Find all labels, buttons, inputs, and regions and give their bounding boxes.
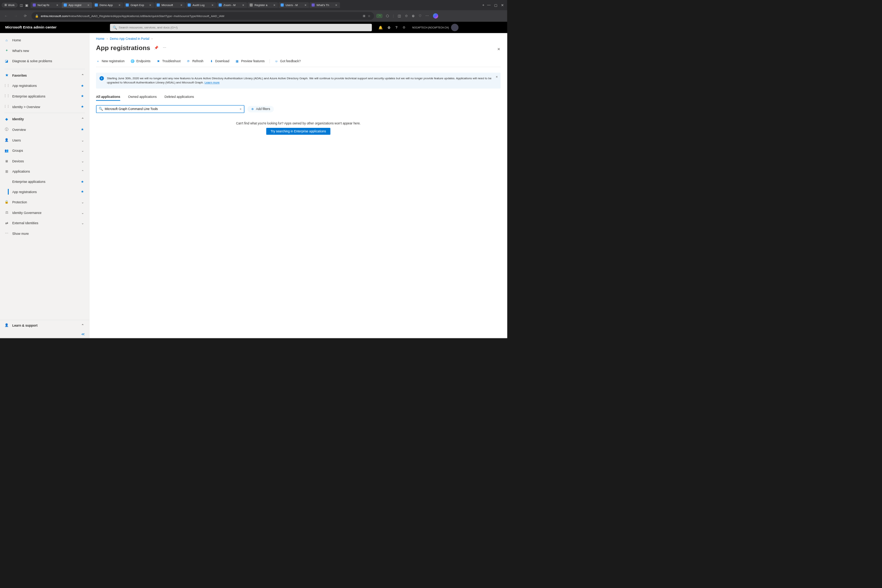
- browser-tab[interactable]: Audit Log✕: [186, 2, 216, 8]
- star-filled-icon[interactable]: ★: [81, 127, 85, 131]
- endpoints-button[interactable]: 🌐Endpoints: [131, 59, 150, 63]
- sidebar-item-enterprise-apps[interactable]: Enterprise applications ★: [0, 177, 89, 187]
- sidebar-section-favorites[interactable]: ★ Favorites ⌃: [0, 70, 89, 81]
- workspaces-icon[interactable]: ◫: [19, 3, 23, 7]
- preview-button[interactable]: ▦Preview features: [235, 59, 265, 63]
- sidebar-item-overview[interactable]: ⓘ Overview ★: [0, 124, 89, 135]
- star-filled-icon[interactable]: ★: [81, 94, 85, 98]
- sidebar-item-fav-appreg[interactable]: ⋮⋮ App registrations ★: [0, 80, 89, 91]
- browser-tab[interactable]: Graph Exp✕: [124, 2, 154, 8]
- minimize-icon[interactable]: —: [487, 3, 490, 7]
- copilot-icon[interactable]: [433, 13, 438, 19]
- sidebar: ⌂ Home ✦ What's new ◪ Diagnose & solve p…: [0, 33, 90, 338]
- sidebar-item-app-registrations[interactable]: App registrations ★: [0, 187, 89, 197]
- sidebar-item-governance[interactable]: ⚖ Identity Governance ⌄: [0, 207, 89, 218]
- reader-icon[interactable]: ⊞: [363, 14, 365, 17]
- sidebar-item-diagnose[interactable]: ◪ Diagnose & solve problems: [0, 56, 89, 66]
- search-enterprise-button[interactable]: Try searching in Enterprise applications: [266, 128, 331, 135]
- avatar[interactable]: [451, 24, 458, 31]
- browser-tab[interactable]: NoCapTe✕: [31, 2, 61, 8]
- notifications-icon[interactable]: 🔔: [378, 25, 383, 30]
- browser-tab[interactable]: Register a✕: [247, 2, 278, 8]
- settings-icon[interactable]: ⚙: [387, 25, 391, 30]
- feedback-button[interactable]: ☺Got feedback?: [274, 59, 301, 63]
- sidebar-section-identity[interactable]: ◈ Identity ⌃: [0, 114, 89, 124]
- close-icon[interactable]: ✕: [304, 3, 307, 6]
- shopping-icon[interactable]: ♡: [419, 14, 422, 18]
- sidebar-item-fav-identity[interactable]: ⋮⋮ Identity > Overview ★: [0, 101, 89, 112]
- close-icon[interactable]: ✕: [180, 3, 183, 6]
- sidebar-item-protection[interactable]: 🔒 Protection ⌄: [0, 197, 89, 208]
- work-profile-badge[interactable]: Work: [2, 3, 17, 7]
- sidebar-item-home[interactable]: ⌂ Home: [0, 35, 89, 46]
- close-icon[interactable]: ✕: [87, 3, 90, 6]
- tenant-label[interactable]: NOCAPTECH (NOCAPTECH.CH): [412, 26, 449, 29]
- split-icon[interactable]: ◫: [398, 14, 401, 18]
- star-filled-icon[interactable]: ★: [81, 84, 85, 88]
- sidebar-item-devices[interactable]: 🖥 Devices ⌄: [0, 156, 89, 167]
- sidebar-collapse-button[interactable]: ≪: [0, 330, 89, 338]
- close-blade-icon[interactable]: ✕: [497, 47, 501, 52]
- add-filters-button[interactable]: ⊕ Add filters: [247, 106, 274, 112]
- refresh-button[interactable]: ⟳Refresh: [187, 59, 203, 63]
- pin-icon[interactable]: 📌: [154, 46, 159, 50]
- download-button[interactable]: ⬇Download: [209, 59, 229, 63]
- close-icon[interactable]: ✕: [118, 3, 121, 6]
- close-icon[interactable]: ✕: [496, 75, 498, 79]
- star-filled-icon[interactable]: ★: [81, 190, 85, 193]
- close-icon[interactable]: ✕: [273, 3, 276, 6]
- help-icon[interactable]: ?: [395, 25, 397, 29]
- close-icon[interactable]: ✕: [56, 3, 59, 6]
- site-info-icon[interactable]: 🔒: [35, 14, 39, 17]
- sidebar-item-fav-entapps[interactable]: ⋮⋮ Enterprise applications ★: [0, 91, 89, 102]
- browser-tab[interactable]: Users - M✕: [279, 2, 309, 8]
- tab-owned[interactable]: Owned applications: [128, 93, 156, 101]
- sidebar-item-applications[interactable]: ⊞ Applications ⌃: [0, 166, 89, 177]
- close-icon[interactable]: ✕: [242, 3, 245, 6]
- browser-tab[interactable]: What's Th✕: [309, 2, 340, 8]
- favorite-icon[interactable]: ☆: [368, 14, 370, 17]
- learn-more-link[interactable]: Learn more: [205, 81, 220, 84]
- close-icon[interactable]: ✕: [211, 3, 214, 6]
- sidebar-item-show-more[interactable]: ⋯ Show more: [0, 228, 89, 239]
- troubleshoot-button[interactable]: ✖Troubleshoot: [156, 59, 180, 63]
- feedback-icon[interactable]: ☺: [402, 25, 406, 29]
- tab-all[interactable]: All applications: [96, 93, 120, 101]
- star-filled-icon[interactable]: ★: [81, 105, 85, 108]
- collections-icon[interactable]: ⊕: [412, 14, 414, 18]
- clear-search-icon[interactable]: ✕: [239, 107, 242, 111]
- search-filter-box[interactable]: 🔍 ✕: [96, 105, 244, 113]
- sidebar-section-learn[interactable]: 👤 Learn & support ⌃: [0, 320, 89, 331]
- extension-icon[interactable]: ON: [376, 14, 382, 17]
- browser-tab[interactable]: Demo App✕: [93, 2, 123, 8]
- portal-title[interactable]: Microsoft Entra admin center: [5, 25, 110, 30]
- search-input[interactable]: [105, 107, 238, 111]
- browser-tab[interactable]: App regist✕: [61, 2, 92, 8]
- tab-deleted[interactable]: Deleted applications: [164, 93, 194, 101]
- refresh-icon[interactable]: ⟳: [22, 13, 29, 19]
- new-tab-icon[interactable]: ＋: [481, 3, 485, 7]
- close-icon[interactable]: ✕: [149, 3, 152, 6]
- portal-search-box[interactable]: 🔍: [110, 24, 372, 31]
- sidebar-item-external[interactable]: ⇄ External Identities ⌄: [0, 218, 89, 228]
- portal-search-input[interactable]: [119, 26, 369, 29]
- close-window-icon[interactable]: ✕: [501, 3, 504, 7]
- sidebar-item-groups[interactable]: 👥 Groups ⌄: [0, 145, 89, 156]
- sidebar-item-whats-new[interactable]: ✦ What's new: [0, 46, 89, 56]
- new-registration-button[interactable]: ＋New registration: [96, 59, 124, 63]
- more-icon[interactable]: ⋯: [425, 14, 429, 18]
- breadcrumb-demo[interactable]: Demo App Created in Portal: [110, 37, 150, 41]
- more-icon[interactable]: ⋯: [162, 46, 167, 50]
- favorites-icon[interactable]: ✩: [405, 14, 408, 18]
- star-filled-icon[interactable]: ★: [81, 180, 85, 184]
- extensions-icon[interactable]: ⬡: [386, 14, 389, 18]
- close-icon[interactable]: ✕: [335, 3, 338, 6]
- browser-tab[interactable]: Microsoft✕: [154, 2, 185, 8]
- sidebar-item-users[interactable]: 👤 Users ⌄: [0, 135, 89, 145]
- tab-actions-icon[interactable]: ▣: [25, 3, 29, 7]
- back-icon[interactable]: ←: [3, 13, 9, 19]
- address-bar[interactable]: 🔒 entra.microsoft.com/#view/Microsoft_AA…: [32, 12, 374, 20]
- maximize-icon[interactable]: ▢: [494, 3, 498, 7]
- breadcrumb-home[interactable]: Home: [96, 37, 104, 41]
- browser-tab[interactable]: Zoom - M✕: [216, 2, 247, 8]
